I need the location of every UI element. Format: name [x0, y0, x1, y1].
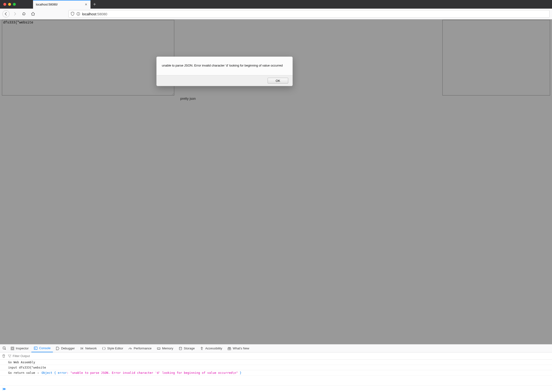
console-input-row[interactable]: ≫	[0, 385, 552, 392]
expand-arrow-icon[interactable]: ▸	[37, 371, 39, 375]
tab-accessibility[interactable]: Accessibility	[198, 344, 225, 352]
devtools-tabs: Inspector Console Debugger Network Style…	[0, 344, 552, 352]
alert-ok-button[interactable]: OK	[268, 78, 288, 84]
alert-message: unable to parse JSON. Error invalid char…	[156, 57, 292, 75]
url-bar[interactable]: localhost:58080	[69, 10, 550, 18]
tab-network[interactable]: Network	[78, 344, 99, 352]
accessibility-icon	[200, 347, 204, 350]
new-tab-button[interactable]: +	[91, 0, 99, 9]
console-log[interactable]: Go Web Assembly input dfs333{"website Go…	[0, 360, 552, 385]
tab-debugger[interactable]: Debugger	[53, 344, 77, 352]
tab-memory[interactable]: Memory	[154, 344, 176, 352]
tab-title: localhost:58080/	[36, 3, 85, 6]
filter-icon	[8, 354, 11, 358]
tab-strip: localhost:58080/ × +	[0, 0, 552, 9]
info-icon[interactable]	[76, 12, 80, 16]
inspector-icon	[11, 347, 14, 350]
forward-button[interactable]	[11, 10, 19, 18]
svg-point-8	[179, 347, 182, 348]
console-toolbar	[0, 352, 552, 360]
close-tab-icon[interactable]: ×	[85, 2, 88, 7]
minimize-window-button[interactable]	[8, 3, 11, 6]
console-filter[interactable]	[8, 354, 550, 358]
alert-dialog: unable to parse JSON. Error invalid char…	[156, 56, 293, 86]
tab-console[interactable]: Console	[31, 344, 53, 352]
devtools-panel: Inspector Console Debugger Network Style…	[0, 344, 552, 392]
console-prompt-icon: ≫	[2, 387, 6, 391]
back-button[interactable]	[2, 10, 10, 17]
svg-point-1	[78, 13, 78, 14]
log-line: input dfs333{"website	[0, 365, 552, 370]
network-icon	[80, 347, 84, 350]
memory-icon	[157, 347, 161, 350]
console-icon	[34, 346, 38, 350]
debugger-icon	[56, 347, 60, 350]
shield-icon	[71, 12, 74, 16]
tab-inspector[interactable]: Inspector	[8, 344, 31, 352]
storage-icon	[179, 347, 182, 350]
svg-rect-4	[11, 347, 14, 350]
url-text: localhost:58080	[82, 12, 547, 16]
reload-button[interactable]	[20, 10, 28, 18]
style-editor-icon	[102, 347, 106, 350]
element-picker-button[interactable]	[1, 344, 8, 352]
svg-rect-2	[78, 14, 78, 15]
log-line: Go return value ▸ Object { error: "unabl…	[0, 370, 552, 376]
home-button[interactable]	[29, 10, 37, 18]
svg-point-9	[202, 347, 202, 348]
svg-rect-5	[12, 348, 13, 349]
close-window-button[interactable]	[3, 3, 6, 6]
clear-console-button[interactable]	[2, 354, 6, 358]
gift-icon	[227, 347, 231, 350]
tab-performance[interactable]: Performance	[126, 344, 154, 352]
log-line: Go Web Assembly	[0, 360, 552, 365]
filter-input[interactable]	[13, 354, 550, 358]
tab-storage[interactable]: Storage	[176, 344, 197, 352]
window-controls	[2, 0, 19, 9]
performance-icon	[128, 347, 132, 350]
tab-style-editor[interactable]: Style Editor	[99, 344, 125, 352]
maximize-window-button[interactable]	[13, 3, 16, 6]
nav-bar: localhost:58080	[0, 9, 552, 19]
browser-tab[interactable]: localhost:58080/ ×	[33, 0, 91, 9]
page-viewport: pretty json unable to parse JSON. Error …	[0, 19, 552, 344]
svg-rect-7	[157, 348, 160, 349]
tab-whats-new[interactable]: What's New	[225, 344, 252, 352]
